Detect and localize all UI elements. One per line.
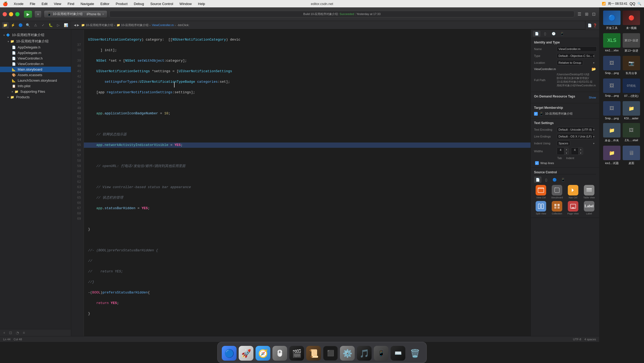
sc-tab-device[interactable]: 📱 [559, 176, 567, 183]
tab-width-stepper[interactable]: 4 ▲ ▼ [557, 148, 569, 155]
obj-page-view[interactable]: Page View [566, 201, 580, 215]
search-menubar-icon[interactable]: 🔍 [637, 2, 641, 6]
dock-music[interactable]: 🎵 [357, 346, 372, 361]
menu-product[interactable]: Product [114, 1, 129, 6]
indent-width-decrement[interactable]: ▼ [579, 151, 583, 155]
tab-width-decrement[interactable]: ▼ [564, 151, 569, 155]
inspector-toggle[interactable]: ⊡ [591, 11, 597, 18]
tab-breakpoints[interactable]: ▷ [55, 22, 62, 28]
file-tree-item[interactable]: ▾ 🔷 10-应用程序对象介绍 [0, 32, 71, 38]
menu-editor[interactable]: Editor [99, 1, 111, 6]
tab-debug[interactable]: 🐛 [47, 22, 54, 28]
editor-icon[interactable]: 📄 [588, 23, 592, 27]
menu-debug[interactable]: Debug [132, 1, 146, 6]
dock-settings[interactable]: ⚙️ [340, 346, 355, 361]
desktop-item-desktop[interactable]: 🖥 桌面 [623, 146, 640, 165]
desktop-item-snip1[interactable]: 🖼 Snip....png [603, 56, 621, 75]
name-input[interactable] [557, 46, 597, 52]
inspector-tab-file[interactable]: 📄 [533, 31, 540, 37]
wrap-lines-checkbox[interactable] [535, 161, 539, 165]
inspector-tab-no-inspector[interactable]: 📱 [558, 31, 566, 37]
dock-device[interactable]: 📱 [374, 346, 388, 361]
more-button[interactable]: ≡ [22, 330, 26, 335]
obj-table-view[interactable]: Table View [582, 185, 596, 199]
stop-button[interactable]: ■ [34, 11, 42, 18]
sc-tab-history[interactable]: 🔵 [551, 176, 558, 183]
tab-tests[interactable]: ✓ [40, 22, 46, 28]
menu-view[interactable]: View [52, 1, 63, 6]
inspector-tab-history[interactable]: 🕐 [550, 31, 557, 37]
jump-crumb-group[interactable]: 📁 10-应用程序对象介绍 [117, 23, 148, 27]
jump-crumb-project[interactable]: 📁 10-应用程序对象介绍 [81, 23, 113, 27]
file-tree-item[interactable]: 🎨 Assets.xcassets [0, 72, 71, 78]
desktop-item-youhua[interactable]: 07优化 07....(优化) [623, 79, 640, 98]
help-icon[interactable]: ❓ [593, 23, 597, 27]
file-tree-item[interactable]: 📐 LaunchScreen.storyboard [0, 78, 71, 83]
dock-keypad[interactable]: ⌨️ [391, 346, 405, 361]
indent-width-increment[interactable]: ▲ [579, 148, 583, 151]
debug-toggle[interactable]: ⊞ [584, 11, 589, 18]
tab-issues[interactable]: ⚠ [32, 22, 39, 28]
desktop-item-snip3[interactable]: 🖼 Snip....png [603, 101, 621, 120]
tab-symbols[interactable]: 🔵 [17, 22, 24, 28]
filter-button[interactable]: ⊡ [8, 330, 13, 335]
desktop-item-snip2[interactable]: 🖼 Snip....png [603, 79, 621, 98]
recent-button[interactable]: ◔ [15, 330, 20, 335]
tab-reports[interactable]: 📊 [63, 22, 69, 28]
dock-terminal[interactable]: ⬛ [323, 346, 338, 361]
obj-nav-controller[interactable]: Nav Ctrl [566, 185, 580, 199]
type-select[interactable]: Default - Objective-C So... [557, 53, 594, 58]
menu-edit[interactable]: Edit [40, 1, 49, 6]
jump-crumb-file[interactable]: ViewController.m [152, 23, 174, 27]
desktop-item-doc[interactable]: 第13~业进 第13~业进 [623, 33, 640, 53]
dock-finder[interactable]: 🔵 [222, 346, 237, 361]
line-endings-select[interactable]: Default - OS X / Unix (LF) [557, 134, 594, 139]
file-tree-item[interactable]: 📄 ViewController.h [0, 56, 71, 61]
file-tree-item[interactable]: 📄 AppDelegate.h [0, 45, 71, 50]
menu-navigate[interactable]: Navigate [79, 1, 95, 6]
dock-launchpad[interactable]: 🚀 [239, 346, 253, 361]
sc-tab-document[interactable]: 📄 [534, 176, 541, 183]
menu-window[interactable]: Window [178, 1, 193, 6]
desktop-item-xlsx[interactable]: XLS ios1....xlsx [603, 33, 621, 53]
jump-nav-forward[interactable]: ▶ [77, 23, 79, 27]
dock-script[interactable]: 📜 [306, 346, 321, 361]
dock-trash[interactable]: 🗑️ [407, 346, 422, 361]
file-tree-item[interactable]: ▾ 📁 10-应用程序对象介绍 [0, 38, 71, 45]
add-file-button[interactable]: + [2, 330, 6, 335]
desktop-item-ios1[interactable]: 📁 ios1...试题 [603, 146, 621, 165]
jump-nav-back[interactable]: ◀ [74, 23, 76, 27]
close-button[interactable] [3, 12, 7, 16]
sc-tab-code[interactable]: {} [542, 176, 550, 183]
file-tree-item[interactable]: 📋 Info.plist [0, 83, 71, 89]
desktop-item-ksi[interactable]: 📁 KSI....aster [623, 101, 640, 120]
dock-quicktime[interactable]: 🎬 [289, 346, 304, 361]
menu-help[interactable]: Help [196, 1, 207, 6]
encoding-select[interactable]: Default - Unicode (UTF-8) [557, 127, 594, 132]
tab-width-increment[interactable]: ▲ [564, 148, 569, 151]
tab-file-navigator[interactable]: 📁 [2, 22, 9, 28]
dock-mouse[interactable]: 🖱️ [272, 346, 287, 361]
menu-find[interactable]: Find [66, 1, 76, 6]
show-button[interactable]: Show [589, 96, 596, 99]
desktop-item-devtools[interactable]: 🔵 开发工具 [603, 11, 621, 30]
file-tree-item[interactable]: 📄 ViewController.m [0, 61, 71, 67]
indent-width-stepper[interactable]: 4 ▲ ▼ [571, 148, 583, 155]
location-select[interactable]: Relative to Group [557, 60, 583, 65]
maximize-button[interactable] [15, 12, 20, 16]
obj-split-view[interactable]: Split View [534, 201, 548, 215]
menu-source-control[interactable]: Source Control [149, 1, 175, 6]
obj-storyboard-ref[interactable]: Storyboard [550, 185, 564, 199]
indent-select[interactable]: Spaces [557, 141, 570, 146]
desktop-item-zjl[interactable]: 🖼 ZJL....etail [623, 123, 640, 143]
desktop-item-chadan[interactable]: 📷 车丹分享 [623, 56, 640, 75]
file-reveal-button[interactable]: 📂 [592, 67, 596, 71]
file-tree-item-products[interactable]: ▸ 📁 Products [0, 94, 71, 100]
file-tree-item[interactable]: 📄 AppDelegate.m [0, 50, 71, 56]
file-tree-item-main-storyboard[interactable]: 📐 Main.storyboard [0, 67, 71, 72]
minimize-button[interactable] [9, 12, 13, 16]
code-text[interactable]: UIUserNotificationCategory) category: [[… [84, 30, 531, 336]
file-tree-item[interactable]: ▸ 📁 Supporting Files [0, 89, 71, 94]
tab-find[interactable]: 🔍 [25, 22, 31, 28]
desktop-item-video[interactable]: 🔴 未~视频 [623, 11, 640, 30]
